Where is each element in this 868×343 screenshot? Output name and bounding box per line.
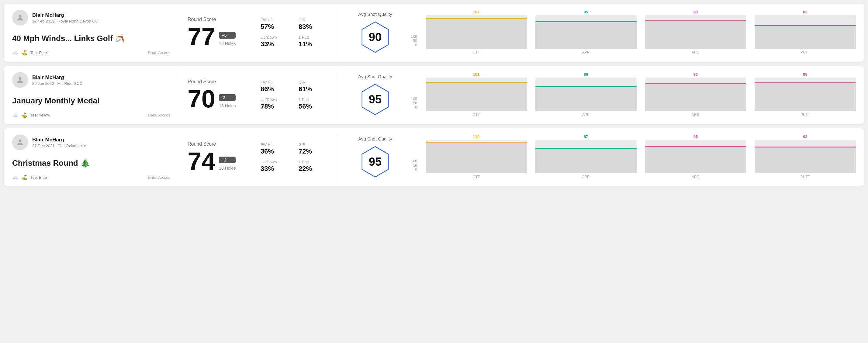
tee-label: Tee: Black xyxy=(30,51,49,55)
stat-fw-hit-value: 57% xyxy=(260,23,289,31)
score-section: Round Score70-218 Holes xyxy=(188,72,254,118)
round-title: Christmas Round 🎄 xyxy=(12,158,170,168)
bar-fill xyxy=(645,147,746,173)
section-divider-2 xyxy=(336,10,336,56)
bar-group-putt: 82PUTT xyxy=(754,10,856,55)
round-left-section: Blair McHarg29 Jan 2022 · Mill Ride GCCJ… xyxy=(12,72,170,118)
y-axis-label: 100 xyxy=(411,34,417,39)
bar-wrapper xyxy=(754,77,856,111)
bar-color-line xyxy=(645,146,746,147)
tee-label: Tee: Yellow xyxy=(30,113,50,117)
data-source: Data: Arccos xyxy=(148,113,170,117)
stat-gir-value: 61% xyxy=(299,85,328,93)
stat-fw-hit-label: FW Hit xyxy=(260,18,289,22)
bar-value-label: 82 xyxy=(803,10,807,14)
score-detail: -218 Holes xyxy=(219,94,236,111)
round-card: Blair McHarg12 Feb 2022 · Royal North De… xyxy=(4,4,864,62)
bar-value-label: 87 xyxy=(584,134,588,139)
stat-up-down-value: 78% xyxy=(260,102,289,111)
bar-group-ott: 107OTT xyxy=(426,10,527,55)
bar-chart: 100500101OTT86APP96ARG99PUTT xyxy=(409,72,856,117)
score-detail: +518 Holes xyxy=(219,32,236,49)
bar-color-line xyxy=(754,25,856,26)
stats-section: FW Hit36%GIR72%Up/Down33%1 Putt22% xyxy=(254,134,328,180)
weather-icon: ☁️ xyxy=(12,175,18,180)
bar-group-app: 95APP xyxy=(535,10,637,55)
stat-one-putt-value: 11% xyxy=(299,40,328,48)
score-number: 70 xyxy=(188,86,215,111)
y-axis-label: 100 xyxy=(411,97,417,101)
score-holes: 18 Holes xyxy=(219,103,236,108)
stat-fw-hit: FW Hit57% xyxy=(260,18,289,31)
round-card: Blair McHarg29 Jan 2022 · Mill Ride GCCJ… xyxy=(4,66,864,124)
hex-score: 90 xyxy=(369,31,381,44)
stat-up-down-value: 33% xyxy=(260,165,289,173)
data-source: Data: Arccos xyxy=(148,51,170,55)
user-date: 29 Jan 2022 · Mill Ride GCC xyxy=(32,81,83,86)
round-title: 40 Mph Winds... Links Golf 🪃 xyxy=(12,34,170,43)
stat-gir: GIR72% xyxy=(299,142,328,155)
bar-fill xyxy=(426,19,527,49)
user-name: Blair McHarg xyxy=(32,137,86,143)
round-title: January Monthly Medal xyxy=(12,96,170,105)
bar-wrapper xyxy=(535,140,637,173)
user-name: Blair McHarg xyxy=(32,12,98,18)
score-label: Round Score xyxy=(188,17,254,22)
score-badge: +2 xyxy=(219,157,236,163)
bar-wrapper xyxy=(754,140,856,173)
score-row: 77+518 Holes xyxy=(188,24,254,49)
stats-grid: FW Hit86%GIR61%Up/Down78%1 Putt56% xyxy=(260,80,328,111)
bar-group-app: 86APP xyxy=(535,72,637,117)
stat-one-putt-label: 1 Putt xyxy=(299,35,328,39)
user-details: Blair McHarg29 Jan 2022 · Mill Ride GCC xyxy=(32,74,83,86)
hex-quality-container: 95 xyxy=(359,83,392,116)
stat-one-putt-value: 56% xyxy=(299,102,328,111)
bar-wrapper xyxy=(754,15,856,49)
stat-gir-label: GIR xyxy=(299,18,328,22)
stat-up-down-label: Up/Down xyxy=(260,97,289,102)
bar-group-putt: 99PUTT xyxy=(754,72,856,117)
stats-section: FW Hit86%GIR61%Up/Down78%1 Putt56% xyxy=(254,72,328,118)
bar-fill xyxy=(645,84,746,111)
avatar xyxy=(12,72,28,88)
user-name: Blair McHarg xyxy=(32,74,83,81)
bar-chart: 100500110OTT87APP95ARG93PUTT xyxy=(409,134,856,179)
quality-label: Avg Shot Quality xyxy=(358,136,392,142)
y-axis: 100500 xyxy=(409,92,417,117)
quality-label: Avg Shot Quality xyxy=(358,11,392,17)
svg-point-0 xyxy=(19,15,21,18)
score-detail: +218 Holes xyxy=(219,157,236,174)
stat-fw-hit-label: FW Hit xyxy=(260,80,289,85)
hex-score: 95 xyxy=(369,93,381,106)
data-source: Data: Arccos xyxy=(148,175,170,180)
section-divider-2 xyxy=(336,134,336,180)
score-number: 74 xyxy=(188,149,215,174)
bar-group-ott: 101OTT xyxy=(426,72,527,117)
bar-wrapper xyxy=(645,77,746,111)
score-number: 77 xyxy=(188,24,215,49)
bar-wrapper xyxy=(426,140,527,173)
stat-fw-hit-value: 36% xyxy=(260,148,289,155)
score-badge: +5 xyxy=(219,32,236,39)
stat-up-down: Up/Down33% xyxy=(260,35,289,48)
bar-label: PUTT xyxy=(801,113,810,117)
bar-wrapper xyxy=(645,15,746,49)
bar-value-label: 110 xyxy=(473,134,480,139)
bar-value-label: 99 xyxy=(803,72,807,76)
bottom-info: ☁️⛳Tee: YellowData: Arccos xyxy=(12,112,170,118)
stats-section: FW Hit57%GIR83%Up/Down33%1 Putt11% xyxy=(254,10,328,56)
stat-fw-hit: FW Hit36% xyxy=(260,142,289,155)
score-holes: 18 Holes xyxy=(219,41,236,46)
stat-up-down: Up/Down33% xyxy=(260,160,289,173)
bar-fill xyxy=(426,143,527,173)
bar-fill xyxy=(645,21,746,49)
bar-group-app: 87APP xyxy=(535,134,637,179)
quality-section: Avg Shot Quality95 xyxy=(351,134,400,180)
tee-info: ☁️⛳Tee: Black xyxy=(12,50,49,56)
bottom-info: ☁️⛳Tee: BlueData: Arccos xyxy=(12,175,170,180)
quality-label: Avg Shot Quality xyxy=(358,74,392,79)
bar-fill xyxy=(426,83,527,111)
bar-wrapper xyxy=(645,140,746,173)
bar-wrapper xyxy=(535,77,637,111)
y-axis-label: 50 xyxy=(413,163,417,167)
